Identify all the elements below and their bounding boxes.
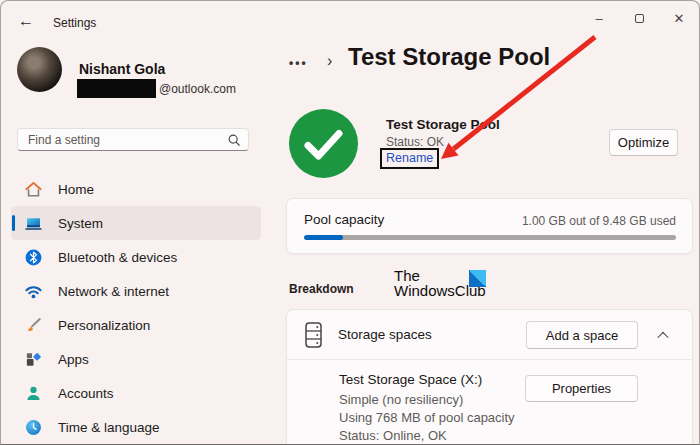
breakdown-label: Breakdown <box>289 282 354 296</box>
pool-name: Test Storage Pool <box>386 117 500 132</box>
pool-status: Status: OK <box>386 135 444 149</box>
maximize-icon <box>635 14 644 23</box>
settings-window: { "window": { "title": "Settings", "back… <box>0 0 700 445</box>
storage-spaces-card: Storage spaces Add a space Test Storage … <box>286 309 693 445</box>
capacity-progress-fill <box>304 235 343 240</box>
storage-space-usage: Using 768 MB of pool capacity <box>339 409 515 427</box>
window-controls: – ✕ <box>579 1 699 35</box>
add-a-space-button[interactable]: Add a space <box>526 321 638 349</box>
storage-stack-icon <box>305 322 322 352</box>
personalization-icon <box>24 316 43 335</box>
storage-spaces-title: Storage spaces <box>338 327 432 342</box>
storage-space-details: Simple (no resiliency) Using 768 MB of p… <box>339 391 515 445</box>
minimize-button[interactable]: – <box>579 1 619 35</box>
sidebar-item-label: Accounts <box>58 386 114 401</box>
search-input[interactable] <box>18 129 248 150</box>
sidebar-item-bluetooth[interactable]: Bluetooth & devices <box>11 240 261 274</box>
sidebar-item-label: Bluetooth & devices <box>58 250 177 265</box>
email-redaction-box <box>77 79 156 98</box>
status-ok-icon <box>289 109 358 178</box>
breadcrumb-ellipsis-button[interactable]: ••• <box>289 56 308 70</box>
sidebar-item-accounts[interactable]: Accounts <box>11 376 261 410</box>
sidebar-item-label: Personalization <box>58 318 150 333</box>
rename-link[interactable]: Rename <box>380 148 439 169</box>
optimize-button[interactable]: Optimize <box>609 129 678 156</box>
storage-spaces-header: Storage spaces Add a space <box>287 310 692 360</box>
pool-capacity-label: Pool capacity <box>304 212 384 227</box>
sidebar-item-home[interactable]: Home <box>11 172 261 206</box>
apps-icon <box>24 350 43 369</box>
collapse-expander[interactable] <box>654 327 672 345</box>
sidebar-item-label: Home <box>58 182 94 197</box>
pool-capacity-card: Pool capacity 1.00 GB out of 9.48 GB use… <box>286 198 693 254</box>
sidebar-item-apps[interactable]: Apps <box>11 342 261 376</box>
capacity-progress-bar <box>304 235 676 240</box>
storage-space-name: Test Storage Space (X:) <box>339 372 482 387</box>
page-title: Test Storage Pool <box>348 43 550 71</box>
breadcrumb-separator: › <box>327 52 332 70</box>
sidebar-item-label: Apps <box>58 352 89 367</box>
pool-capacity-usage: 1.00 GB out of 9.48 GB used <box>522 214 676 228</box>
storage-space-status: Status: Online, OK <box>339 427 515 445</box>
sidebar-item-personalization[interactable]: Personalization <box>11 308 261 342</box>
profile-name: Nishant Gola <box>79 61 165 77</box>
sidebar-item-label: Network & internet <box>58 284 169 299</box>
network-icon <box>24 282 43 301</box>
sidebar-item-network[interactable]: Network & internet <box>11 274 261 308</box>
time-language-icon <box>24 418 43 437</box>
storage-space-resiliency: Simple (no resiliency) <box>339 391 515 409</box>
system-icon <box>24 214 43 233</box>
accounts-icon <box>24 384 43 403</box>
sidebar-item-time-language[interactable]: Time & language <box>11 410 261 444</box>
back-button[interactable]: ← <box>18 12 34 30</box>
properties-button[interactable]: Properties <box>525 375 638 402</box>
sidebar-item-system[interactable]: System <box>11 206 261 240</box>
maximize-button[interactable] <box>619 1 659 35</box>
sidebar-nav: Home System Bluetooth & devices Network … <box>11 172 261 444</box>
sidebar-item-label: System <box>58 216 103 231</box>
avatar[interactable] <box>17 47 62 92</box>
selected-indicator <box>12 215 15 231</box>
minimize-icon: – <box>595 11 602 26</box>
bluetooth-icon <box>24 248 43 267</box>
search-icon[interactable] <box>227 133 241 151</box>
chevron-up-icon <box>657 332 668 343</box>
watermark-square-icon <box>469 270 486 287</box>
search-box[interactable] <box>17 128 249 151</box>
window-title: Settings <box>53 16 96 30</box>
sidebar-item-label: Time & language <box>58 420 160 435</box>
close-button[interactable]: ✕ <box>659 1 699 35</box>
home-icon <box>24 180 43 199</box>
profile-email: @outlook.com <box>159 82 236 96</box>
close-icon: ✕ <box>674 11 685 26</box>
